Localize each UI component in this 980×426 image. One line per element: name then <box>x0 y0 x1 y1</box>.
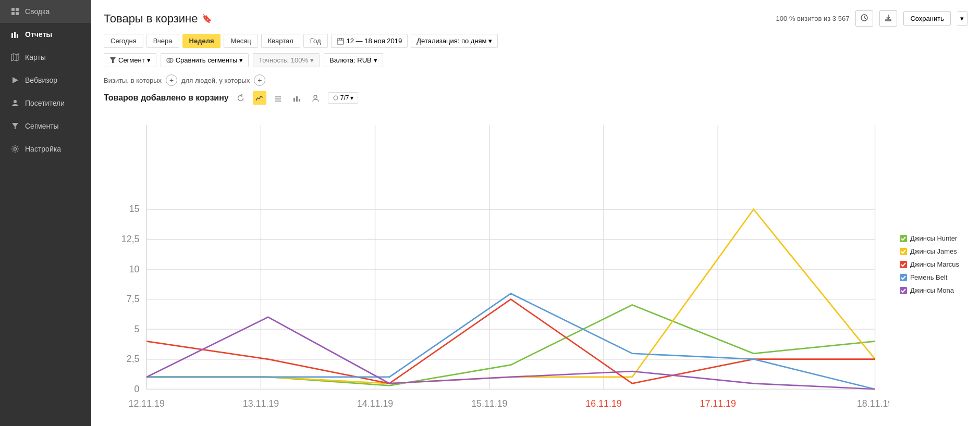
sidebar-item-segmenty[interactable]: Сегменты <box>0 115 91 137</box>
refresh-chart-button[interactable] <box>234 91 248 105</box>
legend-label-marcus: Джинсы Marcus <box>910 260 959 268</box>
svg-text:0: 0 <box>134 384 140 394</box>
add-people-condition-button[interactable]: + <box>254 74 265 86</box>
sidebar-label-nastroyka: Настройка <box>25 145 61 153</box>
svg-rect-4 <box>11 33 13 38</box>
sidebar-item-nastroyka[interactable]: Настройка <box>0 137 91 160</box>
detail-button[interactable]: Детализация: по дням ▾ <box>411 34 497 48</box>
sidebar: Сводка Отчеты Карты Вебвизор <box>0 0 91 426</box>
chart-title: Товаров добавлено в корзину <box>104 93 229 103</box>
chart-area: 0 2,5 5 7,5 10 12,5 15 12.11.19 13.11.19… <box>104 108 967 421</box>
sidebar-label-segmenty: Сегменты <box>25 122 59 130</box>
chart-svg: 0 2,5 5 7,5 10 12,5 15 12.11.19 13.11.19… <box>104 108 889 421</box>
svg-text:15: 15 <box>129 204 140 214</box>
date-filter-row: Сегодня Вчера Неделя Месяц Квартал Год 1… <box>104 34 967 48</box>
page-title: Товары в корзине 🔖 <box>104 12 212 26</box>
segment-button[interactable]: Сегмент ▾ <box>104 53 156 67</box>
svg-text:13.11.19: 13.11.19 <box>243 399 279 409</box>
map-icon <box>10 53 20 62</box>
page-title-text: Товары в корзине <box>104 12 198 26</box>
legend-label-james: Джинсы James <box>910 247 957 255</box>
person-icon <box>10 98 20 108</box>
chevron-down-icon-seg: ▾ <box>147 56 151 64</box>
sidebar-label-karty: Карты <box>25 53 46 61</box>
svg-rect-20 <box>341 38 342 40</box>
history-button[interactable] <box>855 10 873 27</box>
svg-rect-28 <box>296 96 298 102</box>
export-button[interactable] <box>879 10 897 27</box>
tab-today[interactable]: Сегодня <box>104 34 143 48</box>
svg-line-16 <box>864 18 866 19</box>
svg-text:16.11.19: 16.11.19 <box>585 399 621 409</box>
legend-check-james <box>900 248 907 255</box>
svg-rect-63 <box>900 261 907 268</box>
svg-rect-5 <box>14 32 16 38</box>
sidebar-item-vebvizor[interactable]: Вебвизор <box>0 69 91 92</box>
header-row: Товары в корзине 🔖 100 % визитов из 3 56… <box>104 10 967 27</box>
detail-text: Детализация: по дням <box>416 37 486 45</box>
grid-icon <box>10 7 20 16</box>
currency-label: Валюта: RUB <box>329 56 372 64</box>
sidebar-label-vebvizor: Вебвизор <box>25 76 57 84</box>
currency-button[interactable]: Валюта: RUB ▾ <box>324 53 383 67</box>
legend-item-belt[interactable]: Ремень Belt <box>900 273 967 281</box>
svg-text:10: 10 <box>129 264 140 274</box>
compare-segments-button[interactable]: Сравнить сегменты ▾ <box>161 53 249 67</box>
tab-quarter[interactable]: Квартал <box>261 34 300 48</box>
chart-container: 0 2,5 5 7,5 10 12,5 15 12.11.19 13.11.19… <box>104 108 889 421</box>
play-icon <box>10 76 20 85</box>
svg-text:12,5: 12,5 <box>121 234 140 244</box>
legend-check-mona <box>900 287 907 294</box>
series-count: 7/7 <box>340 94 349 102</box>
chart-title-row: Товаров добавлено в корзину <box>104 91 967 105</box>
series-selector-button[interactable]: 7/7 ▾ <box>328 92 359 104</box>
visits-info: 100 % визитов из 3 567 <box>776 15 850 22</box>
bar-chart-button[interactable] <box>290 91 304 105</box>
sidebar-label-posetiteli: Посетители <box>25 99 65 107</box>
add-visit-condition-button[interactable]: + <box>166 74 177 86</box>
logic-row: Визиты, в которых + для людей, у которых… <box>104 74 967 86</box>
segment-label: Сегмент <box>118 56 145 64</box>
stacked-chart-button[interactable] <box>272 91 285 105</box>
svg-text:14.11.19: 14.11.19 <box>357 399 393 409</box>
date-range-text: 12 — 18 ноя 2019 <box>347 37 402 45</box>
sidebar-item-otchety[interactable]: Отчеты <box>0 23 91 46</box>
svg-rect-65 <box>900 287 907 294</box>
legend-item-james[interactable]: Джинсы James <box>900 247 967 255</box>
legend-item-mona[interactable]: Джинсы Mona <box>900 286 967 294</box>
series-belt <box>146 294 875 390</box>
sidebar-item-posetiteli[interactable]: Посетители <box>0 92 91 115</box>
svg-text:5: 5 <box>134 324 140 334</box>
svg-rect-64 <box>900 274 907 281</box>
svg-rect-1 <box>16 8 19 11</box>
accuracy-button[interactable]: Точность: 100% ▾ <box>253 53 320 67</box>
person-chart-button[interactable] <box>309 91 323 105</box>
legend-item-hunter[interactable]: Джинсы Hunter <box>900 234 967 242</box>
svg-rect-19 <box>339 38 340 40</box>
save-dropdown-button[interactable]: ▾ <box>957 11 967 26</box>
svg-rect-62 <box>900 248 907 255</box>
legend-item-marcus[interactable]: Джинсы Marcus <box>900 260 967 268</box>
chart-legend: Джинсы Hunter Джинсы James <box>889 108 967 421</box>
sidebar-item-svodka[interactable]: Сводка <box>0 0 91 23</box>
line-chart-button[interactable] <box>253 91 266 105</box>
header-right: 100 % визитов из 3 567 Сохранить ▾ <box>776 10 967 27</box>
legend-label-mona: Джинсы Mona <box>910 286 954 294</box>
legend-check-belt <box>900 274 907 281</box>
bookmark-icon[interactable]: 🔖 <box>202 14 212 23</box>
svg-text:7,5: 7,5 <box>127 294 140 304</box>
save-button[interactable]: Сохранить <box>903 11 951 26</box>
svg-point-11 <box>14 100 17 103</box>
svg-rect-29 <box>299 99 300 102</box>
sidebar-item-karty[interactable]: Карты <box>0 46 91 69</box>
tab-year[interactable]: Год <box>303 34 328 48</box>
sidebar-label-otchety: Отчеты <box>25 30 52 39</box>
tab-week[interactable]: Неделя <box>182 34 221 48</box>
tab-month[interactable]: Месяц <box>224 34 258 48</box>
accuracy-label: Точность: 100% <box>259 56 308 64</box>
tab-yesterday[interactable]: Вчера <box>146 34 179 48</box>
legend-label-hunter: Джинсы Hunter <box>910 234 957 242</box>
svg-point-30 <box>314 95 317 98</box>
date-range-button[interactable]: 12 — 18 ноя 2019 <box>331 34 408 48</box>
legend-check-hunter <box>900 235 907 242</box>
